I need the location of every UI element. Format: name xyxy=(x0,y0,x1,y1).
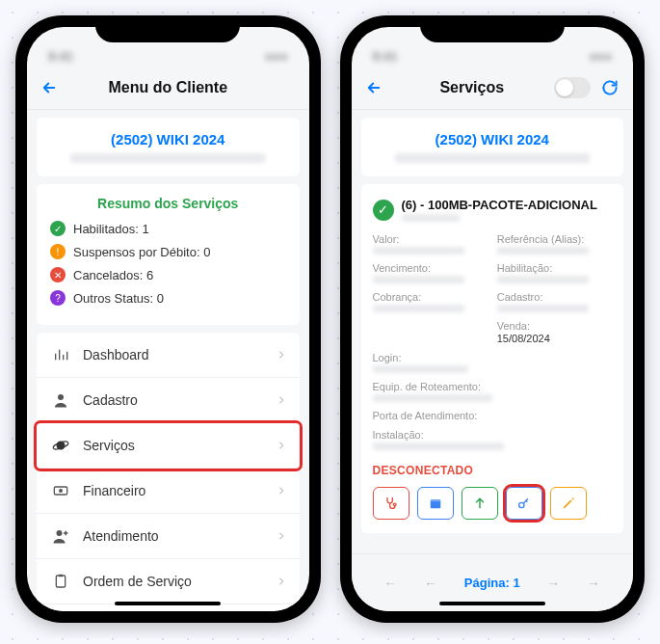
menu-item-atendimento[interactable]: Atendimento xyxy=(37,514,300,559)
chevron-right-icon xyxy=(277,529,286,543)
key-icon xyxy=(516,496,532,511)
content-area: (2502) WIKI 2024 Resumo dos Serviços ✓Ha… xyxy=(27,110,309,611)
field-cobranca: Cobrança: xyxy=(373,291,488,312)
summary-row: ✓Habilitados: 1 xyxy=(50,221,286,236)
signal-blur: ●●● xyxy=(265,49,288,64)
svg-point-5 xyxy=(57,530,63,536)
refresh-button[interactable] xyxy=(600,78,620,97)
stethoscope-icon xyxy=(383,496,399,511)
svg-point-11 xyxy=(518,502,523,507)
header: Menu do Cliente xyxy=(27,66,309,110)
status-badge: ✓ xyxy=(50,221,66,236)
service-title: (6) - 100MB-PACOTE-ADICIONAL xyxy=(402,198,597,212)
svg-rect-10 xyxy=(430,499,440,501)
summary-row: !Suspensos por Débito: 0 xyxy=(50,244,286,259)
service-header: ✓ (6) - 100MB-PACOTE-ADICIONAL xyxy=(373,198,613,222)
menu-item-financeiro[interactable]: Financeiro xyxy=(37,469,300,514)
content-area: (2502) WIKI 2024 ✓ (6) - 100MB-PACOTE-AD… xyxy=(352,110,634,553)
services-summary: Resumo dos Serviços ✓Habilitados: 1!Susp… xyxy=(37,184,300,325)
summary-row: ?Outros Status: 0 xyxy=(50,290,286,306)
action-calendar[interactable] xyxy=(417,487,454,520)
field-login: Login: xyxy=(373,352,613,373)
chevron-right-icon xyxy=(277,348,286,362)
menu-card: Dashboard Cadastro Serviços Financeiro A… xyxy=(37,333,300,611)
page-next[interactable]: → xyxy=(546,576,560,591)
home-indicator xyxy=(115,602,221,605)
screen-right: 9:41 ●●● Serviços (2502) WIKI 2024 xyxy=(352,27,634,611)
field-venda: Venda:15/08/2024 xyxy=(497,320,612,344)
person-plus-icon xyxy=(50,526,71,546)
action-diagnostic[interactable] xyxy=(373,487,409,520)
clock-blur: 9:41 xyxy=(373,49,398,64)
menu-item-cadastro[interactable]: Cadastro xyxy=(37,378,300,423)
field-status: DESCONECTADO xyxy=(373,464,613,477)
page-last[interactable]: → xyxy=(587,576,600,591)
summary-rows: ✓Habilitados: 1!Suspensos por Débito: 0✕… xyxy=(50,221,286,306)
page-title: Serviços xyxy=(390,79,555,96)
client-name: (2502) WIKI 2024 xyxy=(371,131,615,148)
device-left: 9:41 ●●● Menu do Cliente (2502) WIKI 202… xyxy=(15,15,321,623)
service-card: ✓ (6) - 100MB-PACOTE-ADICIONAL Valor: Re… xyxy=(361,184,624,533)
menu-item-ordem-de-serviço[interactable]: Ordem de Serviço xyxy=(37,559,300,604)
pencil-icon xyxy=(562,496,575,510)
action-edit[interactable] xyxy=(550,487,587,520)
action-row xyxy=(373,487,613,520)
header: Serviços xyxy=(352,66,634,110)
page-prev[interactable]: ← xyxy=(424,576,437,591)
home-indicator xyxy=(439,602,545,605)
client-name: (2502) WIKI 2024 xyxy=(46,131,290,148)
chevron-right-icon xyxy=(277,439,286,452)
page-title: Menu do Cliente xyxy=(66,79,271,96)
svg-rect-6 xyxy=(56,576,65,587)
signal-blur: ●●● xyxy=(589,49,612,64)
summary-title: Resumo dos Serviços xyxy=(50,196,286,211)
page-label: Página: 1 xyxy=(464,576,520,590)
status-badge: ? xyxy=(50,290,66,306)
menu-item-equipamentos[interactable]: Equipamentos xyxy=(37,604,300,611)
redacted-line xyxy=(395,153,590,163)
check-icon: ✓ xyxy=(373,200,394,221)
client-card: (2502) WIKI 2024 xyxy=(361,118,624,176)
field-habilitacao: Habilitação: xyxy=(497,262,612,283)
calendar-icon xyxy=(429,496,442,510)
field-instalacao: Instalação: xyxy=(373,429,613,450)
menu-label: Dashboard xyxy=(83,347,277,362)
money-icon xyxy=(50,481,71,500)
field-referencia: Referência (Alias): xyxy=(497,233,612,255)
clock-blur: 9:41 xyxy=(48,49,73,64)
refresh-icon xyxy=(600,78,620,97)
menu-item-dashboard[interactable]: Dashboard xyxy=(37,333,300,378)
notch xyxy=(95,15,240,42)
menu-label: Ordem de Serviço xyxy=(83,574,277,589)
person-icon xyxy=(50,390,71,410)
page-first[interactable]: ← xyxy=(383,576,397,591)
summary-label: Cancelados: 6 xyxy=(73,268,153,282)
menu-label: Serviços xyxy=(83,438,277,453)
status-badge: ✕ xyxy=(50,267,66,282)
arrow-left-icon xyxy=(40,79,58,96)
field-equip: Equip. de Roteamento: xyxy=(373,381,613,402)
summary-label: Habilitados: 1 xyxy=(73,222,149,236)
arrow-up-icon xyxy=(473,496,487,511)
back-button[interactable] xyxy=(40,79,66,96)
field-cadastro: Cadastro: xyxy=(497,291,612,312)
toggle-switch[interactable] xyxy=(554,77,591,98)
fields-grid: Valor: Referência (Alias): Vencimento: H… xyxy=(373,233,613,477)
device-right: 9:41 ●●● Serviços (2502) WIKI 2024 xyxy=(340,15,646,623)
menu-label: Financeiro xyxy=(83,483,277,498)
status-badge: ! xyxy=(50,244,66,259)
back-button[interactable] xyxy=(365,79,390,96)
bar-chart-icon xyxy=(50,345,71,364)
summary-row: ✕Cancelados: 6 xyxy=(50,267,286,282)
planet-icon xyxy=(50,436,71,455)
menu-item-serviços[interactable]: Serviços xyxy=(37,423,300,469)
clipboard-icon xyxy=(50,572,71,591)
svg-point-0 xyxy=(58,394,64,400)
field-porta: Porta de Atendimento: xyxy=(373,410,613,421)
action-upload[interactable] xyxy=(462,487,498,520)
chevron-right-icon xyxy=(277,393,286,407)
action-key[interactable] xyxy=(506,487,542,520)
chevron-right-icon xyxy=(277,484,286,497)
field-valor: Valor: xyxy=(373,233,488,255)
redacted xyxy=(402,214,460,222)
